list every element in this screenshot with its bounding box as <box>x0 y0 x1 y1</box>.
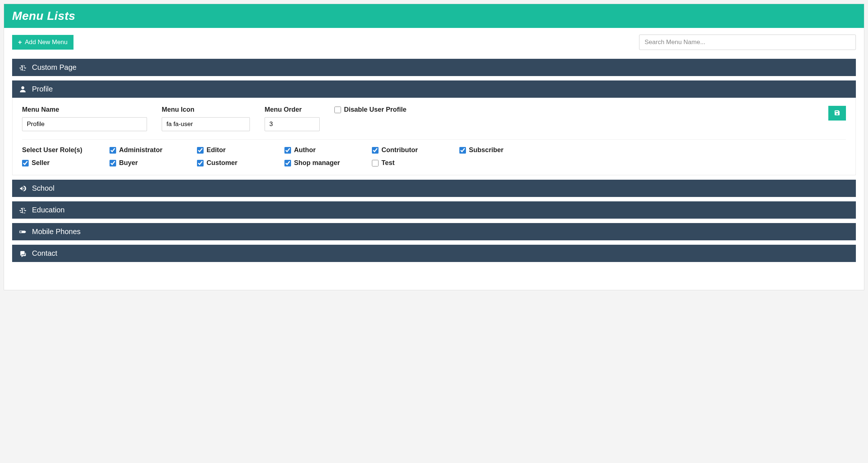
chat-icon <box>19 250 27 257</box>
battery-icon <box>19 228 27 236</box>
role-seller[interactable]: Seller <box>22 159 107 167</box>
role-author-checkbox[interactable] <box>284 147 291 154</box>
menu-order-field: Menu Order <box>265 106 320 131</box>
toolbar-row: + Add New Menu <box>12 35 856 50</box>
accordion-header-school[interactable]: School <box>12 180 856 197</box>
user-icon <box>19 86 27 93</box>
role-label: Contributor <box>381 146 418 154</box>
profile-panel: Menu Name Menu Icon Menu Order <box>12 98 856 175</box>
role-administrator-checkbox[interactable] <box>110 147 116 154</box>
role-customer-checkbox[interactable] <box>197 160 204 166</box>
role-label: Editor <box>207 146 226 154</box>
role-shop-manager-checkbox[interactable] <box>284 160 291 166</box>
bullhorn-icon <box>19 185 27 192</box>
search-wrap <box>639 35 856 50</box>
role-label: Administrator <box>119 146 162 154</box>
accordion-header-custom-page[interactable]: Custom Page <box>12 59 856 76</box>
disable-user-profile-checkbox[interactable] <box>334 107 341 113</box>
page-title: Menu Lists <box>12 9 856 23</box>
roles-section: Select User Role(s) Administrator Editor <box>22 140 846 167</box>
accordion-header-mobile-phones[interactable]: Mobile Phones <box>12 223 856 240</box>
role-seller-checkbox[interactable] <box>22 160 29 166</box>
accordion-item-school: School <box>12 180 856 197</box>
menu-icon-label: Menu Icon <box>162 106 250 114</box>
accordion-title: Custom Page <box>32 63 76 72</box>
page-header: Menu Lists <box>4 4 864 28</box>
accordion-item-mobile-phones: Mobile Phones <box>12 223 856 240</box>
role-label: Buyer <box>119 159 138 167</box>
role-subscriber[interactable]: Subscriber <box>459 146 846 154</box>
accordion-item-contact: Contact <box>12 245 856 262</box>
role-label: Test <box>381 159 395 167</box>
accordion-title: Education <box>32 206 65 214</box>
role-label: Subscriber <box>469 146 503 154</box>
plus-icon: + <box>18 39 22 46</box>
add-new-menu-label: Add New Menu <box>25 39 68 46</box>
role-label: Author <box>294 146 316 154</box>
accordion-title: Mobile Phones <box>32 227 80 236</box>
roles-grid: Select User Role(s) Administrator Editor <box>22 146 846 167</box>
menu-icon-field: Menu Icon <box>162 106 250 131</box>
role-test-checkbox[interactable] <box>372 160 379 166</box>
disable-user-profile-label: Disable User Profile <box>344 106 406 114</box>
role-buyer-checkbox[interactable] <box>110 160 116 166</box>
menu-order-input[interactable] <box>265 117 320 131</box>
menu-name-input[interactable] <box>22 117 147 131</box>
search-input[interactable] <box>639 35 856 50</box>
accordion-header-contact[interactable]: Contact <box>12 245 856 262</box>
role-shop-manager[interactable]: Shop manager <box>284 159 369 167</box>
save-button[interactable] <box>828 106 846 121</box>
role-subscriber-checkbox[interactable] <box>459 147 466 154</box>
role-editor[interactable]: Editor <box>197 146 281 154</box>
role-author[interactable]: Author <box>284 146 369 154</box>
accordion-item-education: Education <box>12 201 856 219</box>
add-new-menu-button[interactable]: + Add New Menu <box>12 35 73 50</box>
menu-order-label: Menu Order <box>265 106 320 114</box>
accordion-title: Contact <box>32 249 57 258</box>
accordion-title: School <box>32 184 54 193</box>
accordion-list: Custom Page Profile Menu Name <box>12 59 856 262</box>
menu-name-label: Menu Name <box>22 106 147 114</box>
role-customer[interactable]: Customer <box>197 159 281 167</box>
menu-icon-input[interactable] <box>162 117 250 131</box>
menu-name-field: Menu Name <box>22 106 147 131</box>
scale-icon <box>19 64 27 71</box>
role-label: Shop manager <box>294 159 340 167</box>
role-label: Seller <box>32 159 50 167</box>
accordion-header-education[interactable]: Education <box>12 201 856 219</box>
role-contributor-checkbox[interactable] <box>372 147 379 154</box>
role-contributor[interactable]: Contributor <box>372 146 456 154</box>
role-administrator[interactable]: Administrator <box>110 146 194 154</box>
accordion-item-custom-page: Custom Page <box>12 59 856 76</box>
accordion-item-profile: Profile Menu Name Menu Icon Menu <box>12 80 856 175</box>
role-buyer[interactable]: Buyer <box>110 159 194 167</box>
app-frame: Menu Lists + Add New Menu Custom Page <box>4 4 864 290</box>
role-editor-checkbox[interactable] <box>197 147 204 154</box>
role-label: Customer <box>207 159 237 167</box>
scale-icon <box>19 207 27 214</box>
content-area: + Add New Menu Custom Page <box>4 28 864 281</box>
accordion-title: Profile <box>32 85 53 93</box>
roles-heading: Select User Role(s) <box>22 146 107 154</box>
role-test[interactable]: Test <box>372 159 456 167</box>
save-icon <box>834 110 840 117</box>
accordion-header-profile[interactable]: Profile <box>12 80 856 98</box>
disable-user-profile-toggle[interactable]: Disable User Profile <box>334 106 406 114</box>
profile-form-row: Menu Name Menu Icon Menu Order <box>22 106 846 140</box>
